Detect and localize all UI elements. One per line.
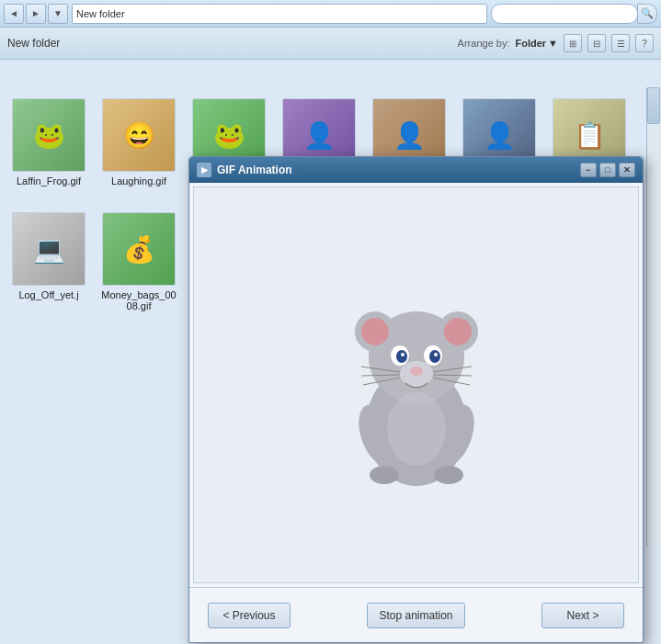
address-bar[interactable]: New folder xyxy=(72,4,487,24)
file-thumbnail: 🐸 xyxy=(12,98,85,172)
svg-point-11 xyxy=(434,353,438,356)
mouse-animation-display xyxy=(325,256,508,514)
dialog-title-icon: ▶ xyxy=(197,163,211,177)
dialog-restore-button[interactable]: □ xyxy=(599,163,616,177)
file-label: Laughing.gif xyxy=(111,175,166,186)
svg-point-23 xyxy=(434,466,463,484)
back-button[interactable]: ◄ xyxy=(4,4,24,24)
svg-point-5 xyxy=(444,318,472,345)
view-details-button[interactable]: ☰ xyxy=(611,34,630,52)
file-label: Log_Off_yet.j xyxy=(18,289,78,300)
dialog-control-buttons: − □ ✕ xyxy=(580,163,635,177)
scroll-thumb[interactable] xyxy=(647,87,660,124)
svg-point-3 xyxy=(361,318,389,345)
previous-button[interactable]: < Previous xyxy=(208,603,291,628)
address-label: New folder xyxy=(76,8,125,19)
file-item[interactable]: 🐸Laffin_Frog.gif xyxy=(7,95,90,201)
dialog-icon-symbol: ▶ xyxy=(201,165,208,175)
file-thumbnail: 💻 xyxy=(12,212,85,286)
recent-button[interactable]: ▼ xyxy=(48,4,68,24)
forward-button[interactable]: ► xyxy=(26,4,46,24)
file-thumbnail-icon: 🐸 xyxy=(13,99,85,171)
dialog-footer: < Previous Stop animation Next > xyxy=(189,587,643,642)
svg-point-10 xyxy=(401,353,405,356)
file-label: Laffin_Frog.gif xyxy=(17,175,81,186)
arrange-label: Arrange by: xyxy=(458,38,510,49)
toolbar: New folder Arrange by: Folder ▼ ⊞ ⊟ ☰ ? xyxy=(0,28,661,60)
arrange-section: Arrange by: Folder ▼ ⊞ ⊟ ☰ ? xyxy=(458,34,654,52)
file-thumbnail: 😄 xyxy=(102,98,176,172)
dialog-minimize-button[interactable]: − xyxy=(580,163,597,177)
search-bar[interactable] xyxy=(491,4,638,24)
top-bar: ◄ ► ▼ New folder 🔍 xyxy=(0,0,661,28)
arrange-value-text: Folder xyxy=(515,38,546,49)
view-grid-button[interactable]: ⊞ xyxy=(564,34,582,52)
next-button[interactable]: Next > xyxy=(541,603,624,628)
search-button[interactable]: 🔍 xyxy=(637,4,657,24)
file-thumbnail: 💰 xyxy=(102,212,176,286)
file-thumbnail-icon: 💻 xyxy=(13,213,85,285)
svg-point-8 xyxy=(396,350,407,363)
svg-point-24 xyxy=(387,392,446,466)
dialog-content xyxy=(193,186,639,583)
file-item[interactable]: 😄Laughing.gif xyxy=(97,95,180,201)
file-item[interactable]: 💰Money_bags_0008.gif xyxy=(97,209,180,315)
stop-animation-button[interactable]: Stop animation xyxy=(367,603,464,628)
arrange-chevron-icon: ▼ xyxy=(548,38,558,49)
file-item[interactable]: 💻Log_Off_yet.j xyxy=(7,209,90,315)
file-label: Money_bags_0008.gif xyxy=(101,289,177,311)
arrange-value[interactable]: Folder ▼ xyxy=(515,38,558,49)
file-thumbnail-icon: 😄 xyxy=(103,99,175,171)
mouse-svg xyxy=(334,266,499,504)
dialog-close-button[interactable]: ✕ xyxy=(619,163,635,177)
dialog-title-text: GIF Animation xyxy=(217,164,580,176)
svg-point-13 xyxy=(410,367,423,376)
scrollbar[interactable] xyxy=(646,87,661,547)
view-list-button[interactable]: ⊟ xyxy=(587,34,606,52)
svg-point-9 xyxy=(429,350,440,363)
dialog-titlebar: ▶ GIF Animation − □ ✕ xyxy=(189,157,643,183)
file-thumbnail-icon: 💰 xyxy=(103,213,175,285)
svg-point-22 xyxy=(370,466,399,484)
nav-arrows: ◄ ► ▼ xyxy=(4,4,68,24)
new-folder-label: New folder xyxy=(7,37,60,50)
gif-animation-dialog: ▶ GIF Animation − □ ✕ xyxy=(188,156,644,643)
help-button[interactable]: ? xyxy=(635,34,654,52)
